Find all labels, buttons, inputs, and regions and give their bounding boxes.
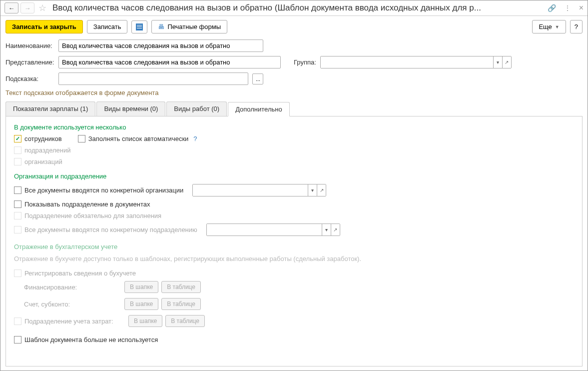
account-header-button: В шапке (124, 298, 158, 310)
acc-section-title: Отражение в бухгалтерском учете (14, 243, 574, 250)
repr-label: Представление: (5, 58, 54, 66)
chk-orgs-label: организаций (24, 158, 62, 166)
print-forms-button[interactable]: Печатные формы (151, 20, 227, 34)
printer-icon (158, 23, 164, 30)
financing-table-button: В таблице (161, 281, 201, 293)
tab-indicators[interactable]: Показатели зарплаты (1) (5, 102, 95, 116)
chk-orgs (14, 158, 21, 166)
dept-combo[interactable]: ▾ ↗ (206, 224, 340, 236)
chk-not-used-label: Шаблон документа больше не используется (24, 336, 158, 344)
group-dropdown-button[interactable]: ▾ (493, 56, 502, 68)
help-button[interactable]: ? (570, 20, 583, 34)
name-label: Наименование: (5, 42, 54, 50)
kebab-menu-icon[interactable]: ⋮ (564, 4, 571, 12)
autofill-help-icon[interactable]: ? (193, 135, 197, 142)
dept-input[interactable] (207, 224, 322, 236)
chk-all-docs-dept (14, 226, 21, 234)
nav-back-button[interactable]: ← (4, 2, 18, 14)
favorite-star-icon[interactable]: ☆ (38, 2, 46, 14)
close-icon[interactable]: × (579, 4, 584, 12)
name-input[interactable] (58, 40, 263, 52)
account-label: Счет, субконто: (24, 300, 121, 308)
chk-reg-acc-label: Регистрировать сведения о бухучете (24, 270, 136, 277)
group-open-button[interactable]: ↗ (502, 56, 511, 68)
chk-reg-acc (14, 270, 21, 277)
chevron-down-icon: ▼ (555, 24, 560, 30)
group-combo[interactable]: ▾ ↗ (320, 56, 512, 68)
nav-forward-button[interactable]: → (20, 2, 34, 14)
tab-additional[interactable]: Дополнительно (228, 102, 290, 116)
hint-label: Подсказка: (5, 75, 54, 82)
chk-autofill[interactable] (78, 135, 85, 142)
tab-bar: Показатели зарплаты (1) Виды времени (0)… (5, 102, 583, 116)
group-input[interactable] (321, 56, 493, 68)
acc-hint-text: Отражение в бухучете доступно только в ш… (14, 254, 574, 264)
chk-show-dept[interactable] (14, 200, 21, 208)
chk-dept-required-label: Подразделение обязательно для заполнения (24, 212, 161, 220)
chk-dept-required (14, 212, 21, 220)
chk-all-docs-org[interactable] (14, 186, 21, 194)
repr-input[interactable] (58, 56, 281, 68)
org-combo[interactable]: ▾ ↗ (192, 184, 326, 196)
more-button[interactable]: Еще ▼ (532, 20, 566, 34)
chk-all-docs-org-label: Все документы вводятся по конкретной орг… (24, 186, 183, 194)
cost-dept-header-button: В шапке (128, 315, 162, 327)
tab-work-types[interactable]: Виды работ (0) (166, 102, 227, 116)
chk-not-used[interactable] (14, 336, 21, 344)
save-button[interactable]: Записать (87, 20, 128, 34)
org-dropdown-button[interactable]: ▾ (308, 184, 317, 196)
multi-section-title: В документе используется несколько (14, 124, 574, 131)
chk-depts (14, 146, 21, 154)
save-close-button[interactable]: Записать и закрыть (5, 20, 83, 34)
dept-open-button[interactable]: ↗ (331, 224, 340, 236)
list-button[interactable] (131, 20, 147, 34)
hint-info-text: Текст подсказки отображается в форме док… (5, 89, 583, 96)
list-icon (136, 24, 143, 30)
account-table-button: В таблице (161, 298, 201, 310)
financing-label: Финансирование: (24, 284, 121, 291)
chk-depts-label: подразделений (24, 146, 70, 154)
cost-dept-table-button: В таблице (165, 315, 205, 327)
chk-employees[interactable] (14, 135, 21, 142)
chk-cost-dept (14, 318, 21, 325)
hint-ellipsis-button[interactable]: ... (252, 74, 263, 84)
chk-employees-label: сотрудников (24, 135, 62, 142)
chk-show-dept-label: Показывать подразделение в документах (24, 200, 150, 208)
financing-header-button: В шапке (124, 281, 158, 293)
dept-dropdown-button[interactable]: ▾ (322, 224, 331, 236)
link-icon[interactable]: 🔗 (548, 4, 556, 12)
window-title: Ввод количества часов следования на вызо… (50, 3, 543, 13)
org-input[interactable] (193, 184, 308, 196)
tab-content-additional: В документе используется несколько сотру… (5, 116, 583, 366)
org-open-button[interactable]: ↗ (317, 184, 326, 196)
chk-autofill-label: Заполнять список автоматически (88, 135, 189, 142)
chk-cost-dept-label: Подразделение учета затрат: (24, 318, 125, 325)
chk-all-docs-dept-label: Все документы вводятся по конкретному по… (24, 226, 197, 234)
tab-time-types[interactable]: Виды времени (0) (96, 102, 165, 116)
hint-input[interactable] (58, 72, 248, 85)
group-label: Группа: (294, 58, 316, 66)
org-section-title: Организация и подразделение (14, 172, 574, 180)
